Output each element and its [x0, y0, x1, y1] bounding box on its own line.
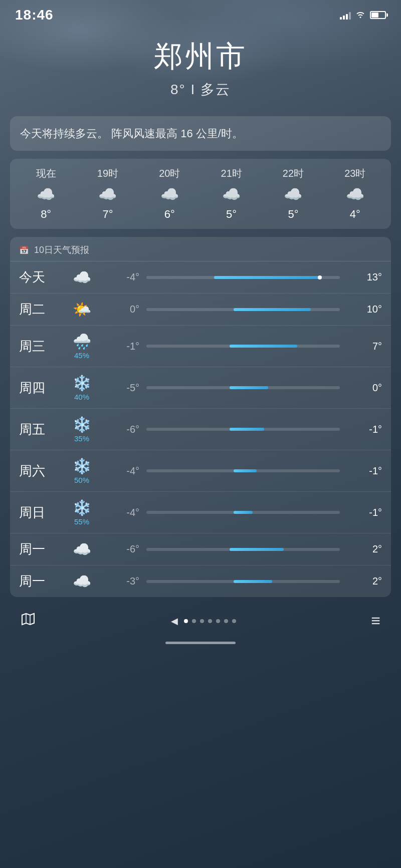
forecast-icon-wrap-0: ☁️: [64, 268, 99, 286]
cloud-icon-0: ☁️: [37, 185, 55, 203]
forecast-row-1: 周二 🌤️ 0° 10°: [10, 294, 391, 326]
temp-bar-1: [146, 308, 340, 311]
list-button[interactable]: ≡: [371, 612, 381, 630]
hourly-item: 23时 ☁️ 4°: [335, 167, 375, 221]
forecast-day-2: 周三: [19, 338, 64, 355]
forecast-high-1: 10°: [347, 304, 382, 315]
forecast-low-5: -4°: [99, 465, 139, 477]
forecast-high-7: 2°: [347, 543, 382, 555]
ten-day-title: 10日天气预报: [34, 244, 89, 256]
cloud-icon-1: ☁️: [98, 185, 117, 203]
location-arrow: ◀: [171, 616, 178, 627]
forecast-day-7: 周一: [19, 540, 64, 558]
forecast-icon-wrap-7: ☁️: [64, 540, 99, 558]
rain-icon: 🌧️: [73, 333, 91, 350]
forecast-icon-wrap-3: ❄️ 40%: [64, 374, 99, 401]
status-icons: [340, 10, 386, 21]
hourly-label-2: 20时: [159, 167, 180, 180]
hourly-item: 现在 ☁️ 8°: [26, 167, 66, 221]
forecast-high-4: -1°: [347, 424, 382, 435]
temp-bar-2: [146, 345, 340, 348]
status-bar: 18:46: [0, 0, 401, 27]
cloud-icon-2: ☁️: [160, 185, 179, 203]
forecast-low-7: -6°: [99, 543, 139, 555]
forecast-high-5: -1°: [347, 465, 382, 477]
city-name: 郑州市: [0, 37, 401, 76]
page-dot-0[interactable]: [184, 619, 188, 623]
snow-icon: ❄️: [73, 374, 91, 392]
ten-day-section: 📅 10日天气预报 今天 ☁️ -4° 13° 周二 🌤️ 0°: [10, 237, 391, 597]
hourly-item: 20时 ☁️ 6°: [149, 167, 189, 221]
hourly-label-4: 22时: [283, 167, 304, 180]
battery-icon: [370, 11, 386, 19]
forecast-row-6: 周日 ❄️ 55% -4° -1°: [10, 492, 391, 533]
temp-bar-6: [146, 511, 340, 514]
separator: I: [191, 82, 196, 97]
signal-icon: [340, 11, 351, 20]
forecast-day-5: 周六: [19, 462, 64, 480]
bottom-toolbar: ◀ ≡: [0, 602, 401, 636]
hourly-temp-0: 8°: [41, 208, 51, 221]
forecast-low-6: -4°: [99, 507, 139, 518]
summary-text: 今天将持续多云。 阵风风速最高 16 公里/时。: [20, 127, 243, 140]
forecast-day-6: 周日: [19, 504, 64, 521]
hourly-temp-1: 7°: [102, 208, 113, 221]
hourly-temp-4: 5°: [288, 208, 298, 221]
forecast-low-1: 0°: [99, 304, 139, 315]
forecast-day-3: 周四: [19, 379, 64, 397]
forecast-percent-2: 45%: [74, 351, 89, 360]
forecast-high-8: 2°: [347, 575, 382, 587]
forecast-icon-wrap-1: 🌤️: [64, 301, 99, 318]
forecast-high-3: 0°: [347, 382, 382, 394]
forecast-day-0: 今天: [19, 268, 64, 286]
cloud-icon-5: ☁️: [346, 185, 364, 203]
page-dot-6[interactable]: [232, 619, 236, 623]
page-dot-5[interactable]: [224, 619, 228, 623]
cloud-icon: ☁️: [73, 572, 91, 590]
snow-icon: ❄️: [73, 499, 91, 516]
city-header: 郑州市 8° I 多云: [0, 27, 401, 104]
hourly-forecast: 现在 ☁️ 8° 19时 ☁️ 7° 20时 ☁️ 6° 21时 ☁️ 5° 2…: [10, 159, 391, 229]
forecast-row-3: 周四 ❄️ 40% -5° 0°: [10, 367, 391, 409]
hourly-temp-2: 6°: [164, 208, 175, 221]
ten-day-header: 📅 10日天气预报: [10, 237, 391, 261]
status-time: 18:46: [15, 7, 54, 23]
map-button[interactable]: [20, 611, 36, 631]
page-dot-2[interactable]: [200, 619, 204, 623]
home-bar: [165, 642, 236, 644]
forecast-icon-wrap-2: 🌧️ 45%: [64, 333, 99, 360]
forecast-low-3: -5°: [99, 382, 139, 394]
calendar-icon: 📅: [19, 245, 29, 255]
city-weather: 8° I 多云: [0, 80, 401, 99]
hourly-temp-5: 4°: [350, 208, 360, 221]
hourly-temp-3: 5°: [226, 208, 237, 221]
forecast-row-5: 周六 ❄️ 50% -4° -1°: [10, 450, 391, 492]
hourly-label-5: 23时: [344, 167, 365, 180]
hourly-item: 22时 ☁️ 5°: [273, 167, 313, 221]
forecast-low-2: -1°: [99, 341, 139, 352]
page-dot-4[interactable]: [216, 619, 220, 623]
forecast-row-8: 周一 ☁️ -3° 2°: [10, 565, 391, 597]
page-dot-3[interactable]: [208, 619, 212, 623]
forecast-row-7: 周一 ☁️ -6° 2°: [10, 533, 391, 565]
temp-bar-7: [146, 548, 340, 551]
forecast-day-4: 周五: [19, 421, 64, 438]
forecast-row-0: 今天 ☁️ -4° 13°: [10, 261, 391, 294]
current-temp: 8°: [170, 82, 186, 97]
page-dot-1[interactable]: [192, 619, 196, 623]
temp-bar-5: [146, 469, 340, 472]
forecast-icon-wrap-8: ☁️: [64, 572, 99, 590]
hourly-label-0: 现在: [36, 167, 56, 180]
hourly-item: 19时 ☁️ 7°: [88, 167, 128, 221]
forecast-high-2: 7°: [347, 341, 382, 352]
forecast-low-8: -3°: [99, 575, 139, 587]
page-dots: ◀: [171, 616, 236, 627]
forecast-row-2: 周三 🌧️ 45% -1° 7°: [10, 326, 391, 367]
forecast-percent-5: 50%: [74, 476, 89, 484]
forecast-low-0: -4°: [99, 271, 139, 283]
sun-icon: 🌤️: [73, 301, 91, 318]
forecast-day-8: 周一: [19, 572, 64, 590]
temp-bar-4: [146, 428, 340, 431]
temp-bar-3: [146, 386, 340, 389]
forecast-high-6: -1°: [347, 507, 382, 518]
